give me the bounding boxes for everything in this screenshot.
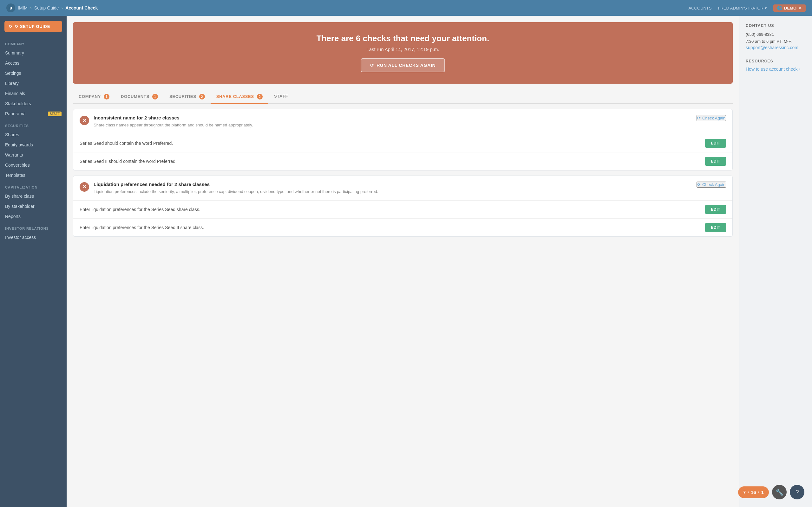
error-icon-1: ✕ [80, 116, 89, 125]
sidebar-item-templates[interactable]: Templates [0, 170, 67, 180]
resources-section: RESOURCES How to use account check › [746, 59, 806, 72]
main-content: There are 6 checks that need your attent… [67, 16, 739, 507]
breadcrumb-setup-guide[interactable]: Setup Guide [34, 5, 59, 10]
dot-2 [758, 492, 759, 493]
edit-button-2-2[interactable]: EDIT [705, 223, 726, 232]
count-1: 7 [743, 490, 746, 495]
company-section-title: COMPANY [0, 37, 67, 48]
refresh-icon: ⟳ [697, 116, 701, 120]
top-nav: 8 IMIM › Setup Guide › Account Check ACC… [0, 0, 812, 16]
tab-bar: COMPANY 1 DOCUMENTS 1 SECURITIES 2 SHARE… [73, 90, 733, 104]
sidebar-item-access[interactable]: Access [0, 58, 67, 68]
sidebar-item-stakeholders[interactable]: Stakeholders [0, 99, 67, 109]
sidebar-item-panorama[interactable]: Panorama STAFF [0, 109, 67, 119]
check-row-1-1: Series Seed should contain the word Pref… [73, 134, 732, 153]
check-again-button-2[interactable]: ⟳ Check Again [697, 181, 726, 187]
check-header-text-2: Liquidation preferences needed for 2 sha… [94, 181, 692, 195]
breadcrumb-imim[interactable]: IMIM [18, 5, 28, 10]
check-row-2-2: Enter liquidation preferences for the Se… [73, 219, 732, 236]
tab-documents-badge: 1 [152, 94, 158, 100]
setup-guide-button[interactable]: ⟳ ⟳ SETUP GUIDE [4, 21, 62, 32]
wrench-icon: 🔧 [775, 488, 783, 496]
sidebar-item-investor-access[interactable]: Investor access [0, 232, 67, 242]
tab-documents[interactable]: DOCUMENTS 1 [115, 90, 164, 103]
contact-section: CONTACT US (650) 669-8381 7:30 am to 6 p… [746, 23, 806, 50]
count-3: 1 [761, 490, 764, 495]
sidebar-item-convertibles[interactable]: Convertibles [0, 160, 67, 170]
sidebar-item-warrants[interactable]: Warrants [0, 150, 67, 160]
contact-hours: 7:30 am to 6 pm PT, M-F. [746, 38, 806, 45]
staff-badge: STAFF [48, 112, 61, 116]
tab-company-badge: 1 [104, 94, 109, 100]
contact-title: CONTACT US [746, 23, 806, 28]
tab-share-classes[interactable]: SHARE CLASSES 2 [211, 90, 268, 104]
check-desc-1: Share class names appear throughout the … [94, 122, 692, 128]
layout: ⟳ ⟳ SETUP GUIDE COMPANY Summary Access S… [0, 16, 812, 507]
capitalization-section-title: CAPITALIZATION [0, 180, 67, 191]
count-2: 16 [751, 490, 756, 495]
top-nav-right: ACCOUNTS FRED ADMIN'STRATOR ▾ 🌐 DEMO ✕ [688, 4, 806, 12]
error-icon-2: ✕ [80, 182, 89, 192]
logo-icon: 8 [6, 3, 15, 12]
run-all-checks-button[interactable]: ⟳ RUN ALL CHECKS AGAIN [361, 58, 445, 72]
right-sidebar: CONTACT US (650) 669-8381 7:30 am to 6 p… [739, 16, 812, 507]
hero-subtitle: Last run April 14, 2017, 12:19 p.m. [79, 47, 726, 52]
bottom-badges: 7 16 1 🔧 ? [738, 485, 804, 499]
help-icon: ? [795, 489, 799, 496]
help-button[interactable]: ? [790, 485, 804, 499]
check-card-1: ✕ Inconsistent name for 2 share classes … [73, 109, 733, 170]
sidebar-item-equity-awards[interactable]: Equity awards [0, 140, 67, 150]
tab-securities-badge: 2 [199, 94, 205, 100]
tab-securities[interactable]: SECURITIES 2 [164, 90, 211, 103]
tab-staff[interactable]: STAFF [268, 90, 294, 103]
edit-button-1-2[interactable]: EDIT [705, 157, 726, 166]
demo-badge[interactable]: 🌐 DEMO ✕ [773, 4, 806, 12]
close-icon[interactable]: ✕ [798, 6, 802, 10]
contact-email[interactable]: support@esharessinc.com [746, 45, 798, 50]
check-header-2: ✕ Liquidation preferences needed for 2 s… [73, 176, 732, 201]
securities-section-title: SECURITIES [0, 119, 67, 130]
edit-button-1-1[interactable]: EDIT [705, 139, 726, 148]
breadcrumb-current: Account Check [65, 5, 98, 10]
refresh-icon: ⟳ [697, 182, 701, 187]
check-header-1: ✕ Inconsistent name for 2 share classes … [73, 109, 732, 134]
hero-banner: There are 6 checks that need your attent… [73, 22, 733, 83]
sidebar-item-by-stakeholder[interactable]: By stakeholder [0, 201, 67, 211]
accounts-link[interactable]: ACCOUNTS [688, 6, 711, 10]
sidebar-item-reports[interactable]: Reports [0, 211, 67, 222]
sidebar-item-financials[interactable]: Financials [0, 89, 67, 99]
check-desc-2: Liquidation preferences include the seni… [94, 188, 692, 195]
sidebar-item-settings[interactable]: Settings [0, 68, 67, 78]
user-menu[interactable]: FRED ADMIN'STRATOR ▾ [718, 6, 767, 10]
breadcrumb: 8 IMIM › Setup Guide › Account Check [6, 3, 98, 12]
check-title-2: Liquidation preferences needed for 2 sha… [94, 181, 692, 187]
refresh-icon: ⟳ [370, 63, 374, 68]
edit-button-2-1[interactable]: EDIT [705, 205, 726, 214]
sidebar: ⟳ ⟳ SETUP GUIDE COMPANY Summary Access S… [0, 16, 67, 507]
check-row-2-1: Enter liquidation preferences for the Se… [73, 201, 732, 219]
dot-1 [748, 492, 749, 493]
resources-title: RESOURCES [746, 59, 806, 63]
tab-share-classes-badge: 2 [257, 94, 263, 100]
resource-link[interactable]: How to use account check › [746, 66, 800, 72]
sidebar-item-shares[interactable]: Shares [0, 130, 67, 140]
check-title-1: Inconsistent name for 2 share classes [94, 115, 692, 120]
check-row-1-2: Series Seed II should contain the word P… [73, 153, 732, 170]
refresh-icon: ⟳ [9, 24, 12, 29]
globe-icon: 🌐 [777, 6, 782, 10]
tab-company[interactable]: COMPANY 1 [73, 90, 115, 103]
main-area: There are 6 checks that need your attent… [67, 16, 812, 507]
hero-title: There are 6 checks that need your attent… [79, 34, 726, 43]
sidebar-item-library[interactable]: Library [0, 78, 67, 89]
sidebar-item-by-share-class[interactable]: By share class [0, 191, 67, 201]
investor-relations-section-title: INVESTOR RELATIONS [0, 222, 67, 232]
wrench-button[interactable]: 🔧 [772, 485, 786, 499]
check-again-button-1[interactable]: ⟳ Check Again [697, 115, 726, 121]
check-card-2: ✕ Liquidation preferences needed for 2 s… [73, 176, 733, 237]
sidebar-item-summary[interactable]: Summary [0, 48, 67, 58]
notification-counts[interactable]: 7 16 1 [738, 487, 769, 498]
check-header-text-1: Inconsistent name for 2 share classes Sh… [94, 115, 692, 128]
contact-phone: (650) 669-8381 [746, 31, 806, 38]
